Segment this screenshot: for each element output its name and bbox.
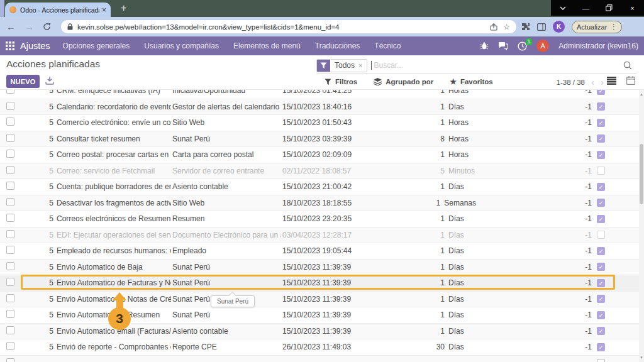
row-select-checkbox[interactable] [6,90,14,94]
active-checkbox[interactable]: ✓ [597,311,605,319]
active-checkbox[interactable]: ✓ [597,151,605,159]
active-checkbox[interactable] [597,359,605,362]
user-menu[interactable]: Administrador (kevin16) [558,41,638,50]
vertical-scrollbar[interactable]: ▲ ▼ [639,90,644,362]
favorites-button[interactable]: ★ Favoritos [450,77,493,86]
table-row[interactable]: 5 Empleado de recursos humanos: verif...… [0,243,639,260]
scroll-up-icon[interactable]: ▲ [639,91,644,97]
table-row[interactable]: 5 Correo postal: procesar cartas en la c… [0,147,639,163]
reload-icon[interactable] [43,23,51,31]
extensions-puzzle-icon[interactable] [521,23,530,31]
active-checkbox[interactable]: ✓ [597,343,605,351]
table-row[interactable]: 5 Envio Automatico email (Facturas/Bol..… [0,324,639,340]
table-row[interactable] [0,356,639,362]
debug-bug-icon[interactable] [480,41,489,50]
row-select-checkbox[interactable] [6,342,14,350]
active-checkbox[interactable]: ✓ [597,279,605,287]
row-select-checkbox[interactable] [6,262,14,270]
row-select-checkbox[interactable] [6,102,14,110]
browser-menu-dots-icon[interactable]: ⋮ [610,23,617,31]
row-select-checkbox[interactable] [6,134,14,142]
menu-traducciones[interactable]: Traducciones [315,41,360,50]
list-view-icon[interactable] [607,77,616,85]
calendar-view-icon[interactable] [626,76,635,85]
app-name[interactable]: Ajustes [20,41,50,51]
scroll-down-icon[interactable]: ▼ [639,354,644,361]
row-select-checkbox[interactable] [6,230,14,238]
active-checkbox[interactable]: ✓ [597,327,605,335]
table-row[interactable]: 5 Correo: servicio de Fetchmail Servidor… [0,163,639,180]
search-icon[interactable] [623,61,632,70]
active-checkbox[interactable]: ✓ [597,247,605,255]
row-select-checkbox[interactable] [6,182,14,190]
active-checkbox[interactable] [597,231,605,239]
active-checkbox[interactable]: ✓ [597,134,605,143]
table-row[interactable]: 5 Correos electrónicos de Resumen Resume… [0,211,639,228]
pager-previous-icon[interactable]: ‹ [591,77,594,87]
row-select-checkbox[interactable] [6,358,14,362]
row-select-checkbox[interactable] [6,150,14,158]
search-input[interactable]: Buscar... [374,61,623,70]
search-bar[interactable]: Todos × Buscar... [316,58,637,74]
search-facet[interactable]: Todos × [316,59,367,72]
row-select-checkbox[interactable] [6,246,14,254]
filters-button[interactable]: Filtros [325,78,357,85]
chrome-update-button[interactable]: Actualizar ⋮ [572,21,622,33]
table-row[interactable]: 5 Envio Automatico de Baja Sunat Perú 15… [0,260,639,276]
row-select-checkbox[interactable] [6,198,14,206]
download-export-icon[interactable] [45,77,54,85]
url-bar[interactable]: kevin.solse.pe/web#action=13&model=ir.cr… [61,20,516,33]
window-restore-button[interactable] [597,0,621,16]
menu-opciones-generales[interactable]: Opciones generales [63,41,130,50]
row-select-checkbox[interactable] [6,166,14,174]
pager-next-icon[interactable]: › [601,77,604,87]
table-row[interactable]: 5 Consultar ticket resumen Sunat Perú 15… [0,131,639,148]
active-checkbox[interactable]: ✓ [597,263,605,271]
table-row[interactable]: 5 Calendario: recordatorio de evento Ges… [0,99,639,116]
active-checkbox[interactable]: ✓ [597,295,605,303]
table-row[interactable]: 5 Envió de reporte - Comprobantes ele...… [0,339,639,356]
scrollbar-thumb[interactable] [640,144,643,204]
table-row[interactable]: 5 Comercio electrónico: envíe un corre..… [0,115,639,131]
row-select-checkbox[interactable] [6,310,14,318]
row-select-checkbox[interactable] [6,326,14,334]
window-menu-chevron-icon[interactable] [551,0,574,16]
new-record-button[interactable]: NUEVO [6,75,40,88]
menu-tecnico[interactable]: Técnico [374,41,401,50]
table-row[interactable]: 5 Desactivar los fragmentos de activos .… [0,195,639,212]
window-close-button[interactable]: × [621,0,644,16]
user-avatar[interactable]: A [536,40,549,52]
row-select-checkbox[interactable] [6,278,14,286]
table-row[interactable]: 5 Envio Automatico de Facturas y Notas..… [0,275,639,292]
row-select-checkbox[interactable] [6,214,14,222]
active-checkbox[interactable]: ✓ [597,119,605,127]
share-icon[interactable] [490,23,497,31]
active-checkbox[interactable]: ✓ [597,183,605,191]
group-by-button[interactable]: Agrupado por [374,78,433,85]
row-select-checkbox[interactable] [6,118,14,126]
window-minimize-button[interactable]: — [574,0,597,16]
apps-grid-icon[interactable] [6,41,14,50]
forward-icon[interactable]: → [25,22,34,31]
activities-clock-icon[interactable]: 1 [518,41,527,51]
facet-remove-icon[interactable]: × [358,62,362,69]
table-row[interactable]: 5 Envio Automatico de Notas de Crédito S… [0,292,639,308]
active-checkbox[interactable]: ✓ [597,199,605,207]
menu-usuarios-companias[interactable]: Usuarios y compañías [144,41,219,50]
bookmark-star-icon[interactable]: ☆ [503,23,510,31]
active-checkbox[interactable]: ✓ [597,102,605,111]
active-checkbox[interactable]: ✓ [597,215,605,223]
row-select-checkbox[interactable] [6,294,14,302]
table-row[interactable]: 5 Envio Automatico de Resumen Sunat Perú… [0,307,639,324]
back-icon[interactable]: ← [6,22,16,31]
table-row[interactable]: 5 EDI: Ejecutar operaciones del servicio… [0,228,639,244]
browser-tab[interactable]: Odoo - Acciones planificadas × [5,3,111,17]
table-row[interactable]: 5 CRM: enriquece iniciativas (IA) Inicia… [0,90,639,99]
menu-elementos-de-menu[interactable]: Elementos de menú [233,41,301,50]
active-checkbox[interactable]: ✓ [597,90,605,95]
table-row[interactable]: 5 Cuenta: publique borradores de entra..… [0,179,639,195]
browser-profile-avatar[interactable]: K [553,21,565,33]
active-checkbox[interactable] [597,167,605,175]
tab-close-icon[interactable]: × [102,6,106,14]
side-panel-icon[interactable] [537,23,546,31]
